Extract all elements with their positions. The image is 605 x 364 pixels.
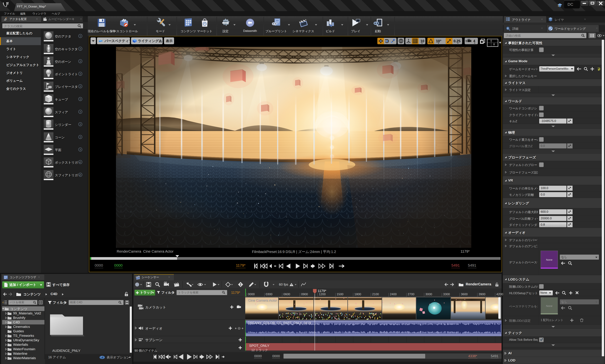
- svg-text:i: i: [508, 27, 508, 30]
